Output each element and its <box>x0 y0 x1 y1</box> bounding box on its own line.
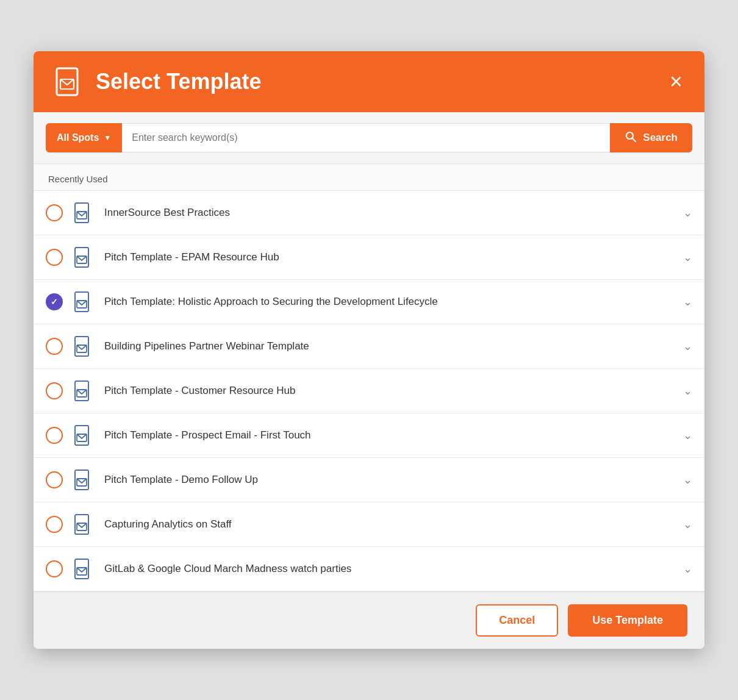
expand-chevron-icon[interactable]: ⌄ <box>683 251 692 264</box>
use-template-button[interactable]: Use Template <box>568 604 687 637</box>
search-button[interactable]: Search <box>610 123 692 152</box>
expand-chevron-icon[interactable]: ⌄ <box>683 429 692 442</box>
template-name: GitLab & Google Cloud March Madness watc… <box>104 563 673 575</box>
template-radio[interactable] <box>46 471 63 488</box>
template-file-icon <box>73 380 95 402</box>
expand-chevron-icon[interactable]: ⌄ <box>683 206 692 220</box>
template-file-icon <box>73 246 95 268</box>
template-item[interactable]: InnerSource Best Practices⌄ <box>34 191 704 235</box>
template-item[interactable]: Pitch Template - Customer Resource Hub⌄ <box>34 369 704 413</box>
template-radio[interactable] <box>46 382 63 399</box>
template-radio[interactable] <box>46 204 63 221</box>
search-bar: All Spots ▼ Search <box>34 112 704 164</box>
expand-chevron-icon[interactable]: ⌄ <box>683 562 692 576</box>
template-name: Building Pipelines Partner Webinar Templ… <box>104 340 673 352</box>
expand-chevron-icon[interactable]: ⌄ <box>683 473 692 487</box>
expand-chevron-icon[interactable]: ⌄ <box>683 384 692 398</box>
template-radio[interactable] <box>46 560 63 577</box>
select-template-modal: Select Template × All Spots ▼ Search Rec… <box>34 51 704 649</box>
svg-line-3 <box>632 138 636 141</box>
cancel-button[interactable]: Cancel <box>476 604 558 637</box>
search-input[interactable] <box>122 123 610 152</box>
template-file-icon <box>73 469 95 491</box>
modal-title: Select Template <box>96 69 261 95</box>
template-file-icon <box>73 424 95 446</box>
modal-footer: Cancel Use Template <box>34 591 704 649</box>
template-radio[interactable] <box>46 338 63 355</box>
expand-chevron-icon[interactable]: ⌄ <box>683 295 692 309</box>
template-file-icon <box>73 558 95 580</box>
close-button[interactable]: × <box>667 68 685 95</box>
template-name: Pitch Template - Demo Follow Up <box>104 474 673 486</box>
template-file-icon <box>73 513 95 535</box>
expand-chevron-icon[interactable]: ⌄ <box>683 340 692 353</box>
template-name: Pitch Template - Customer Resource Hub <box>104 385 673 397</box>
document-email-icon <box>53 66 85 98</box>
template-item[interactable]: Pitch Template - EPAM Resource Hub⌄ <box>34 235 704 280</box>
template-radio[interactable] <box>46 427 63 444</box>
template-radio[interactable] <box>46 249 63 266</box>
template-item[interactable]: Pitch Template - Prospect Email - First … <box>34 413 704 458</box>
header-left: Select Template <box>53 66 261 98</box>
template-item[interactable]: Capturing Analytics on Staff⌄ <box>34 502 704 547</box>
search-label: Search <box>643 132 678 144</box>
modal-header: Select Template × <box>34 51 704 112</box>
template-item[interactable]: Pitch Template: Holistic Approach to Sec… <box>34 280 704 324</box>
template-radio[interactable] <box>46 293 63 310</box>
template-item[interactable]: Building Pipelines Partner Webinar Templ… <box>34 324 704 369</box>
template-name: Pitch Template - EPAM Resource Hub <box>104 251 673 263</box>
expand-chevron-icon[interactable]: ⌄ <box>683 518 692 531</box>
template-name: Pitch Template - Prospect Email - First … <box>104 429 673 441</box>
spots-dropdown[interactable]: All Spots ▼ <box>46 123 122 152</box>
recently-used-label: Recently Used <box>34 164 704 191</box>
template-file-icon <box>73 202 95 224</box>
template-file-icon <box>73 291 95 313</box>
search-icon <box>625 130 637 146</box>
template-list: InnerSource Best Practices⌄ Pitch Templa… <box>34 191 704 591</box>
template-name: InnerSource Best Practices <box>104 207 673 219</box>
chevron-down-icon: ▼ <box>104 134 111 142</box>
template-radio[interactable] <box>46 516 63 533</box>
template-item[interactable]: GitLab & Google Cloud March Madness watc… <box>34 547 704 591</box>
template-name: Pitch Template: Holistic Approach to Sec… <box>104 296 673 308</box>
template-file-icon <box>73 335 95 357</box>
spots-label: All Spots <box>57 132 99 143</box>
template-name: Capturing Analytics on Staff <box>104 518 673 530</box>
template-item[interactable]: Pitch Template - Demo Follow Up⌄ <box>34 458 704 502</box>
